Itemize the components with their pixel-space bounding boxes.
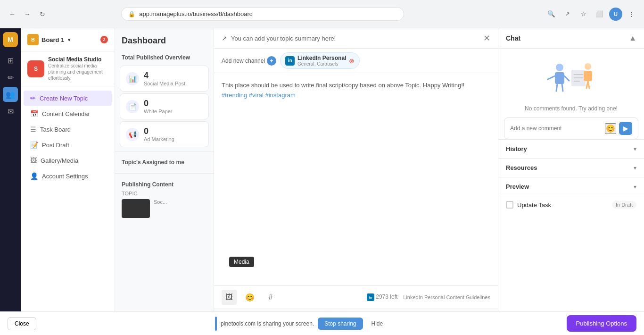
editor-toolbar: 🖼 Media 😊 # in 2973 left LinkedIn Person… xyxy=(214,285,498,309)
chat-illustration xyxy=(498,49,644,105)
right-panel: Chat ▲ xyxy=(498,28,644,335)
forward-button[interactable]: → xyxy=(21,8,34,21)
media-icon: 🖼 xyxy=(225,293,233,302)
sidebar-item-create-topic[interactable]: ✏ Create New Topic xyxy=(24,91,112,106)
divider2 xyxy=(115,173,214,174)
comment-emoji-button[interactable]: 😊 xyxy=(605,123,616,134)
app-container: M ⊞ ✏ 👥 ✉ CRM B Board 1 ▾ 2 S Social Med… xyxy=(0,28,644,335)
history-title: History xyxy=(506,145,527,152)
collapse-chat-button[interactable]: ▲ xyxy=(629,34,636,42)
svg-rect-1 xyxy=(555,72,564,84)
share-indicator xyxy=(215,317,217,331)
extension-button[interactable]: ⬜ xyxy=(593,8,606,21)
account-icon: 👤 xyxy=(30,172,38,180)
comment-send-button[interactable]: ▶ xyxy=(619,122,632,135)
media-tooltip: Media xyxy=(229,257,254,267)
sidebar-item-label-account: Account Settings xyxy=(42,173,88,180)
stat-card-whitepaper: 📄 0 White Paper xyxy=(120,93,209,119)
comment-input-area[interactable]: 😊 ▶ xyxy=(504,117,638,139)
icon-bar-item-mail[interactable]: ✉ xyxy=(3,104,18,119)
post-draft-icon: 📝 xyxy=(30,141,38,149)
app-logo[interactable]: M xyxy=(3,32,18,47)
divider xyxy=(115,151,214,151)
sidebar-item-account-settings[interactable]: 👤 Account Settings xyxy=(24,168,112,184)
history-accordion-header[interactable]: History ▾ xyxy=(498,140,644,158)
no-comments-illustration xyxy=(543,58,600,96)
sidebar-item-task-board[interactable]: ☰ Task Board xyxy=(24,122,112,137)
sidebar-item-label-task-board: Task Board xyxy=(40,126,71,133)
hashtag-button[interactable]: # xyxy=(263,290,278,305)
profile-avatar[interactable]: U xyxy=(609,8,622,21)
sidebar-item-content-calendar[interactable]: 📅 Content Calendar xyxy=(24,106,112,121)
bookmark-button[interactable]: ☆ xyxy=(577,8,590,21)
search-browser-button[interactable]: 🔍 xyxy=(545,8,558,21)
preview-accordion: Preview ▾ xyxy=(498,177,644,196)
editor-main-text: This place should be used to write final… xyxy=(222,81,490,91)
svg-rect-11 xyxy=(584,71,592,81)
stat-card-social: 📊 4 Social Media Post xyxy=(120,66,209,92)
chat-title: Chat xyxy=(506,34,520,42)
notification-badge: 2 xyxy=(100,36,108,43)
sidebar: B Board 1 ▾ 2 S Social Media Studio Cent… xyxy=(21,28,115,335)
stat-label-social: Social Media Post xyxy=(144,81,185,86)
channel-bar: Add new channel + in LinkedIn Personal G… xyxy=(214,49,498,73)
hide-button[interactable]: Hide xyxy=(367,318,388,330)
icon-bar-item-users[interactable]: 👥 xyxy=(3,87,18,102)
sidebar-item-post-draft[interactable]: 📝 Post Draft xyxy=(24,137,112,152)
browser-chrome: ← → ↻ 🔒 app.manageplus.io/business/8/das… xyxy=(0,0,644,28)
update-task-label: Update Task xyxy=(517,201,608,209)
overview-section-title: Total Published Overview xyxy=(115,50,214,64)
thumbnail xyxy=(122,199,150,218)
svg-line-2 xyxy=(548,76,555,79)
content-calendar-icon: 📅 xyxy=(30,110,38,117)
emoji-button[interactable]: 😊 xyxy=(242,290,257,305)
stat-card-ad: 📢 0 Ad Marketing xyxy=(120,121,209,147)
emoji-icon: 😊 xyxy=(245,293,255,302)
history-accordion: History ▾ xyxy=(498,139,644,158)
comment-input[interactable] xyxy=(510,125,602,132)
channel-remove-button[interactable]: ⊗ xyxy=(349,57,355,65)
close-panel-button[interactable]: ✕ xyxy=(483,33,490,43)
publishing-content-title-dash: Publishing Content xyxy=(122,181,207,188)
refresh-button[interactable]: ↻ xyxy=(36,8,49,21)
task-status-badge: In Draft xyxy=(612,201,636,209)
sidebar-item-label-gallery: Gallery/Media xyxy=(41,157,78,164)
board-dropdown-icon: ▾ xyxy=(68,37,70,42)
back-button[interactable]: ← xyxy=(6,8,19,21)
editor-area[interactable]: This place should be used to write final… xyxy=(214,73,498,285)
svg-line-4 xyxy=(556,84,557,91)
task-checkbox[interactable] xyxy=(506,201,513,209)
icon-bar: M ⊞ ✏ 👥 ✉ CRM xyxy=(0,28,21,335)
sidebar-item-gallery-media[interactable]: 🖼 Gallery/Media xyxy=(24,153,112,168)
screen-share-text: pinetools.com is sharing your screen. xyxy=(221,320,314,327)
address-bar[interactable]: 🔒 app.manageplus.io/business/8/dashboard xyxy=(121,7,404,21)
add-channel-plus-icon: + xyxy=(267,56,276,66)
add-channel-button[interactable]: Add new channel + xyxy=(222,56,276,66)
resources-accordion: Resources ▾ xyxy=(498,158,644,177)
stat-label-ad: Ad Marketing xyxy=(144,136,174,142)
share-browser-button[interactable]: ↗ xyxy=(561,8,574,21)
editor-hashtags: #trending #viral #instagram xyxy=(222,91,490,100)
preview-accordion-header[interactable]: Preview ▾ xyxy=(498,177,644,196)
close-share-button[interactable]: Close xyxy=(8,317,36,330)
sidebar-item-label-content-calendar: Content Calendar xyxy=(42,110,90,117)
create-topic-icon: ✏ xyxy=(30,94,36,102)
media-button[interactable]: 🖼 Media xyxy=(222,290,237,305)
icon-bar-item-edit[interactable]: ✏ xyxy=(3,70,18,85)
editor-content[interactable]: This place should be used to write final… xyxy=(222,81,490,100)
resources-title: Resources xyxy=(506,164,537,171)
stop-sharing-button[interactable]: Stop sharing xyxy=(318,318,363,330)
brand-name: Social Media Studio xyxy=(48,56,108,63)
board-selector[interactable]: B Board 1 ▾ 2 xyxy=(27,34,108,45)
stat-icon-whitepaper: 📄 xyxy=(126,100,139,113)
url-text: app.manageplus.io/business/8/dashboard xyxy=(139,10,253,17)
icon-bar-item-grid[interactable]: ⊞ xyxy=(3,53,18,68)
stat-count-whitepaper: 0 xyxy=(144,99,173,109)
brand-section: S Social Media Studio Centralize social … xyxy=(21,51,115,86)
channel-name: LinkedIn Personal xyxy=(297,55,346,61)
linkedin-small-icon: in xyxy=(367,293,374,301)
resources-accordion-header[interactable]: Resources ▾ xyxy=(498,159,644,177)
more-options-button[interactable]: ⋮ xyxy=(625,8,638,21)
publishing-options-button[interactable]: Publishing Options xyxy=(567,315,636,332)
sidebar-item-label-post-draft: Post Draft xyxy=(42,142,69,149)
